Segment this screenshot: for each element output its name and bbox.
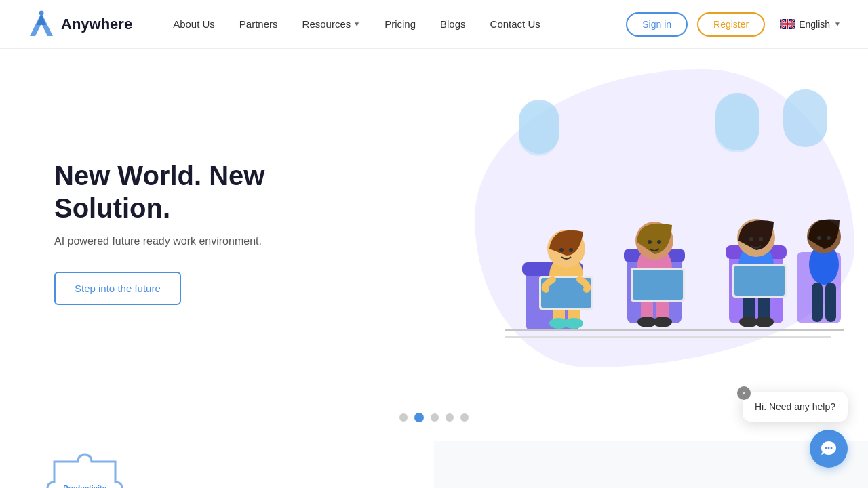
chat-icon: [820, 440, 837, 458]
chat-bubble-text: Hi. Need any help?: [755, 401, 835, 412]
register-button[interactable]: Register: [697, 12, 765, 37]
carousel-dot-3[interactable]: [431, 413, 439, 422]
hero-content: New World. New Solution. AI powered futu…: [54, 159, 339, 305]
svg-rect-7: [715, 96, 758, 152]
carousel-dot-2[interactable]: [414, 413, 424, 422]
navbar: Anywhere About Us Partners Resources ▼ P…: [0, 0, 868, 49]
svg-rect-49: [825, 283, 836, 322]
hero-illustration: [448, 49, 868, 394]
hero-subtitle: AI powered future ready work environment…: [54, 235, 339, 247]
svg-rect-42: [734, 266, 785, 296]
nav-contact-us[interactable]: Contact Us: [490, 18, 540, 30]
svg-rect-30: [633, 270, 683, 300]
svg-rect-5: [519, 103, 558, 156]
svg-point-44: [749, 237, 753, 241]
productivity-icon-area: Productivity: [41, 448, 149, 489]
svg-point-55: [825, 447, 827, 449]
carousel-dot-4[interactable]: [446, 413, 454, 422]
svg-point-40: [755, 317, 774, 327]
chat-open-button[interactable]: [810, 430, 848, 468]
flag-icon: [780, 19, 795, 29]
svg-point-33: [657, 240, 661, 244]
svg-point-2: [39, 10, 44, 15]
nav-partners[interactable]: Partners: [239, 18, 278, 30]
carousel-dot-5[interactable]: [460, 413, 469, 422]
svg-point-51: [817, 236, 821, 240]
nav-resources[interactable]: Resources ▼: [302, 18, 361, 30]
svg-point-56: [828, 447, 830, 449]
svg-rect-48: [812, 283, 823, 322]
svg-point-52: [827, 236, 831, 240]
bottom-left-panel: Productivity: [0, 441, 434, 488]
carousel-dot-1[interactable]: [399, 413, 408, 422]
hero-section: New World. New Solution. AI powered futu…: [0, 49, 868, 394]
bottom-section: Productivity: [0, 441, 868, 488]
svg-point-20: [559, 248, 564, 252]
hero-people-illustration: [465, 79, 851, 364]
logo-link[interactable]: Anywhere: [27, 10, 132, 39]
logo-icon: [27, 10, 56, 39]
nav-actions: Sign in Register English ▼: [626, 12, 841, 37]
resources-dropdown-icon: ▼: [353, 20, 360, 28]
carousel-dots: [0, 394, 868, 441]
nav-blogs[interactable]: Blogs: [440, 18, 466, 30]
cta-button[interactable]: Step into the future: [54, 272, 181, 305]
language-caret-icon: ▼: [834, 20, 841, 28]
hero-title: New World. New Solution.: [54, 159, 339, 224]
svg-point-21: [569, 248, 573, 252]
svg-point-45: [759, 237, 763, 241]
svg-point-32: [648, 240, 652, 244]
nav-about-us[interactable]: About Us: [173, 18, 215, 30]
svg-point-57: [831, 447, 833, 449]
svg-point-28: [653, 317, 672, 327]
nav-pricing[interactable]: Pricing: [384, 18, 416, 30]
signin-button[interactable]: Sign in: [626, 12, 688, 37]
chat-bubble: × Hi. Need any help?: [743, 392, 848, 422]
nav-links: About Us Partners Resources ▼ Pricing Bl…: [173, 18, 626, 30]
logo-text: Anywhere: [61, 16, 132, 33]
svg-point-16: [564, 318, 583, 329]
language-label: English: [799, 19, 830, 30]
svg-rect-8: [783, 89, 827, 147]
language-selector[interactable]: English ▼: [780, 19, 841, 30]
chat-close-button[interactable]: ×: [737, 386, 751, 400]
chat-widget: × Hi. Need any help?: [743, 392, 848, 468]
productivity-puzzle-icon: Productivity: [41, 448, 129, 489]
svg-text:Productivity: Productivity: [63, 484, 106, 489]
